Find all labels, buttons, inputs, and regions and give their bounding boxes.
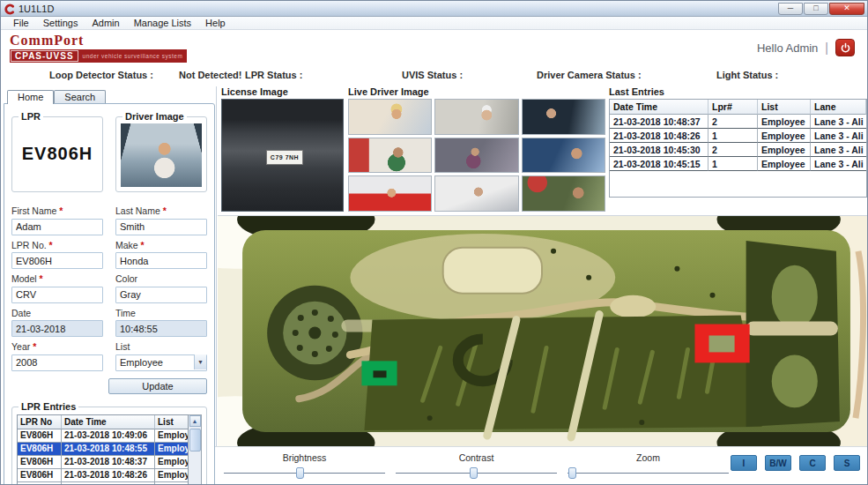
lpr-groupbox: LPR EV806H (11, 116, 103, 192)
lpr-plate-display: EV806H (12, 144, 102, 164)
color-field[interactable] (115, 287, 207, 303)
model-label: Model (11, 273, 37, 284)
first-name-field[interactable] (11, 219, 103, 235)
menu-item[interactable]: File (6, 18, 36, 28)
slider-track[interactable] (224, 473, 385, 474)
table-row[interactable]: EV806H21-03-2018 10:49:06 Employee2 (18, 429, 188, 443)
lpr-entries-groupbox: LPR Entries LPR NoDate TimeListLpr# EV80… (11, 407, 207, 485)
vertical-scrollbar[interactable]: ▲ ▼ (189, 414, 202, 485)
driver-image-groupbox: Driver Image (115, 116, 207, 192)
chevron-down-icon[interactable]: ▼ (194, 354, 206, 369)
maximize-button[interactable]: □ (804, 3, 828, 15)
last-entries-table: Date TimeLpr#ListLane 21-03-2018 10:48:3… (610, 100, 866, 171)
color-label: Color (115, 273, 137, 284)
slider-thumb[interactable] (568, 467, 576, 479)
lpr-no-label: LPR No. (11, 240, 47, 250)
close-button[interactable]: ✕ (829, 3, 864, 15)
greeting-separator: | (825, 41, 828, 55)
slider-thumb[interactable] (296, 467, 304, 479)
loop-detector-status-value: Not Detected! (179, 70, 242, 80)
driver-photo-thumbnail[interactable] (522, 138, 605, 174)
undercarriage-scan-viewer[interactable] (218, 215, 868, 446)
year-label: Year (11, 341, 30, 352)
light-status-label: Light Status : (716, 70, 778, 80)
table-row[interactable]: EV806H21-03-2018 10:48:55 Employee1 (18, 443, 188, 456)
model-field[interactable] (11, 287, 103, 303)
slider-label: Zoom (562, 452, 734, 463)
make-field[interactable] (115, 252, 207, 269)
license-image: C79 7NH (221, 99, 344, 212)
lpr-group-title: LPR (19, 111, 43, 122)
license-image-panel: License Image C79 7NH (221, 86, 344, 213)
last-entries-title: Last Entries (609, 86, 867, 99)
slider-thumb[interactable] (470, 467, 478, 479)
driver-image-group-title: Driver Image (122, 111, 187, 122)
license-image-title: License Image (221, 86, 344, 99)
lpr-no-field[interactable] (11, 252, 103, 269)
table-row[interactable]: EV806H21-03-2018 10:48:26 Employee1 (18, 469, 188, 482)
date-label: Date (11, 308, 31, 318)
column-header: List (758, 100, 811, 115)
driver-photo-thumbnail[interactable] (522, 99, 605, 135)
viewer-mode-button[interactable]: B/W (765, 455, 791, 471)
column-header: Date Time (62, 415, 155, 429)
first-name-label: First Name (11, 205, 56, 216)
uvis-status-label: UVIS Status : (402, 70, 463, 80)
driver-photo-thumbnail[interactable] (348, 99, 432, 135)
header: CommPort CPAS-UVSS under vehicle surveil… (1, 30, 867, 67)
menu-item[interactable]: Settings (36, 18, 85, 28)
table-row[interactable]: 21-03-2018 10:45:302 EmployeeLane 3 - Al… (610, 143, 866, 157)
required-asterisk: * (40, 273, 43, 284)
status-bar: Loop Detector Status : Not Detected! LPR… (1, 67, 867, 86)
menu-item[interactable]: Help (198, 18, 233, 28)
driver-photo-thumbnail[interactable] (348, 175, 432, 212)
table-row[interactable]: 21-03-2018 10:48:372 EmployeeLane 3 - Al… (610, 115, 866, 129)
driver-photo-thumbnail[interactable] (348, 138, 432, 174)
viewer-mode-button[interactable]: S (834, 455, 860, 471)
slider-label: Brightness (219, 452, 390, 463)
menu-item[interactable]: Manage Lists (127, 18, 198, 28)
lpr-entries-title: LPR Entries (19, 401, 78, 412)
time-field[interactable] (115, 320, 207, 337)
table-row[interactable]: 21-03-2018 10:48:261 EmployeeLane 3 - Al… (610, 129, 866, 143)
last-entries-panel: Last Entries Date TimeLpr#ListLane 21-03… (609, 86, 867, 213)
tab[interactable]: Home (7, 90, 54, 104)
driver-photo-thumbnail[interactable] (434, 138, 518, 174)
driver-camera-status-label: Driver Camera Status : (537, 70, 642, 80)
table-row[interactable]: EV806H21-03-2018 10:45:20 Employee2 (18, 482, 188, 485)
update-button[interactable]: Update (108, 378, 207, 394)
time-label: Time (115, 308, 136, 318)
panel-divider (216, 86, 217, 485)
column-header: Lane (811, 100, 866, 115)
live-driver-title: Live Driver Image (348, 86, 605, 99)
column-header: Lpr# (708, 100, 758, 115)
list-label: List (115, 341, 130, 352)
driver-photo-thumbnail[interactable] (434, 175, 518, 212)
viewer-mode-button[interactable]: C (799, 455, 826, 471)
table-row[interactable]: EV806H21-03-2018 10:48:37 Employee2 (18, 456, 188, 469)
tab[interactable]: Search (54, 90, 106, 104)
table-row[interactable]: 21-03-2018 10:45:151 EmployeeLane 3 - Al… (610, 157, 866, 171)
titlebar: 1U1L1D ─ □ ✕ (1, 1, 867, 17)
required-asterisk: * (49, 240, 53, 250)
driver-photo-thumbnail[interactable] (522, 175, 605, 212)
required-asterisk: * (163, 205, 167, 216)
year-field[interactable] (11, 354, 103, 371)
logout-power-button[interactable] (835, 39, 855, 56)
date-field[interactable] (11, 320, 103, 337)
minimize-button[interactable]: ─ (778, 3, 803, 15)
slider-track[interactable] (396, 473, 557, 474)
logo-name: CommPort (10, 33, 187, 48)
menu-item[interactable]: Admin (85, 18, 126, 28)
last-name-field[interactable] (115, 219, 207, 235)
viewer-mode-button[interactable]: I (731, 455, 757, 471)
lpr-status-label: LPR Status : (245, 70, 302, 80)
vehicle-form: First Name * Last Name * LPR No. * Make … (10, 203, 209, 371)
scrollbar-thumb[interactable] (189, 429, 201, 451)
scroll-up-button[interactable]: ▲ (189, 415, 201, 427)
image-adjust-slider: Contrast (390, 447, 562, 485)
driver-photo-thumbnail[interactable] (434, 99, 518, 135)
slider-track[interactable] (568, 473, 729, 474)
driver-photo (121, 123, 202, 187)
app-icon (4, 3, 15, 14)
